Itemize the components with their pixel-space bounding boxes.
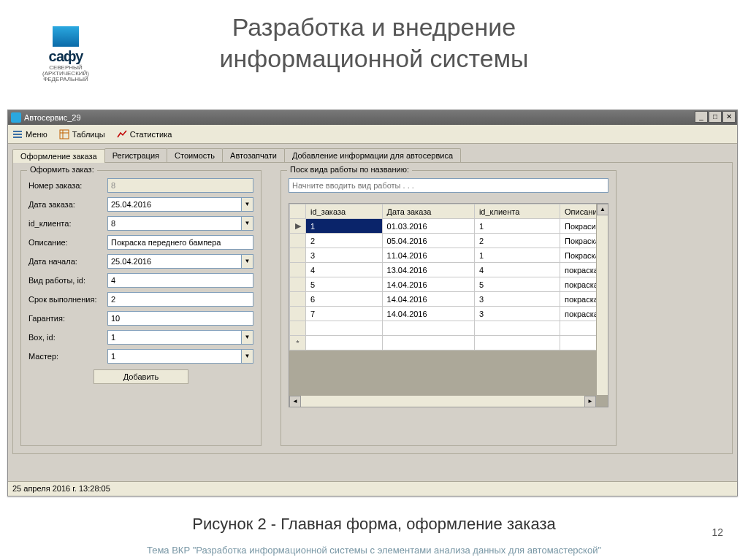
cell-date[interactable]: 14.04.2016 <box>382 277 474 292</box>
tab-order[interactable]: Оформление заказа <box>12 149 105 163</box>
combo-order-date-value: 25.04.2016 <box>111 200 151 209</box>
table-row[interactable]: ▶101.03.20161Покрасит <box>290 219 609 234</box>
stats-icon <box>117 129 127 139</box>
combo-box-id[interactable]: 1 ▼ <box>107 330 253 345</box>
row-selector[interactable] <box>290 292 306 307</box>
row-selector[interactable] <box>290 248 306 263</box>
combo-client-id[interactable]: 8 ▼ <box>107 216 253 231</box>
row-selector[interactable] <box>290 307 306 321</box>
dropdown-icon[interactable]: ▼ <box>241 331 253 344</box>
cell-date[interactable]: 01.03.2016 <box>382 219 474 234</box>
stats-button[interactable]: Статистика <box>117 129 172 139</box>
logo-text: сафу <box>32 48 99 65</box>
menu-icon <box>12 129 23 139</box>
tab-cost[interactable]: Стоимость <box>167 148 223 162</box>
col-date[interactable]: Дата заказа <box>382 204 474 219</box>
grid-corner <box>290 204 306 219</box>
cell-id[interactable]: 5 <box>306 277 383 292</box>
cell-date[interactable]: 14.04.2016 <box>382 292 474 307</box>
search-group: Поск вида работы по названию: id_заказа … <box>280 170 617 446</box>
scrollbar-horizontal[interactable]: ◄ ► <box>289 395 596 407</box>
label-box-id: Box, id: <box>28 333 107 342</box>
table-row[interactable]: 413.04.20164покраска <box>290 263 609 277</box>
cell-id[interactable]: 7 <box>306 307 383 321</box>
row-selector[interactable]: ▶ <box>290 219 306 234</box>
table-row[interactable]: 514.04.20165покраска <box>290 277 609 292</box>
row-selector[interactable]: * <box>290 336 306 350</box>
label-warranty: Гарантия: <box>28 314 107 323</box>
scroll-right-icon[interactable]: ► <box>584 396 596 407</box>
table-row-empty[interactable]: * <box>290 336 609 350</box>
row-selector[interactable] <box>290 234 306 248</box>
scroll-up-icon[interactable]: ▲ <box>597 204 608 215</box>
window-title: Автосервис_29 <box>24 113 81 122</box>
row-selector[interactable] <box>290 277 306 292</box>
col-id[interactable]: id_заказа <box>306 204 383 219</box>
scrollbar-vertical[interactable]: ▲ <box>596 204 608 395</box>
table-row-empty[interactable] <box>290 321 609 336</box>
cell-client[interactable]: 1 <box>474 248 560 263</box>
cell-id[interactable]: 6 <box>306 292 383 307</box>
table-row[interactable]: 205.04.20162Покраска <box>290 234 609 248</box>
cell-client[interactable]: 5 <box>474 277 560 292</box>
minimize-button[interactable]: _ <box>695 111 708 123</box>
row-selector[interactable] <box>290 263 306 277</box>
table-row[interactable]: 311.04.20161Покраска <box>290 248 609 263</box>
dropdown-icon[interactable]: ▼ <box>241 350 253 363</box>
cell-id[interactable]: 4 <box>306 263 383 277</box>
add-button[interactable]: Добавить <box>94 369 189 384</box>
menu-button[interactable]: Меню <box>12 129 47 139</box>
cell-date[interactable]: 11.04.2016 <box>382 248 474 263</box>
input-warranty[interactable] <box>107 311 253 326</box>
cell-client[interactable]: 4 <box>474 263 560 277</box>
combo-order-date[interactable]: 25.04.2016 ▼ <box>107 197 253 212</box>
table-row[interactable]: 614.04.20163покраска <box>290 292 609 307</box>
maximize-button[interactable]: □ <box>709 111 722 123</box>
cell-client[interactable]: 1 <box>474 219 560 234</box>
tab-parts[interactable]: Автозапчати <box>222 148 285 162</box>
orders-grid[interactable]: id_заказа Дата заказа id_клиента Описани… <box>289 204 608 350</box>
cell-id[interactable]: 1 <box>306 219 383 234</box>
cell-id[interactable]: 2 <box>306 234 383 248</box>
cell-date[interactable]: 13.04.2016 <box>382 263 474 277</box>
tables-button[interactable]: Таблицы <box>59 129 105 139</box>
status-text: 25 апреля 2016 г. 13:28:05 <box>12 484 110 493</box>
figure-caption: Рисунок 2 - Главная форма, оформление за… <box>0 515 748 534</box>
logo-icon <box>53 26 79 47</box>
order-form-title: Оформить заказ: <box>27 165 97 174</box>
cell-client[interactable]: 3 <box>474 307 560 321</box>
table-row[interactable]: 714.04.20163покраска <box>290 307 609 321</box>
statusbar: 25 апреля 2016 г. 13:28:05 <box>8 481 737 496</box>
scroll-left-icon[interactable]: ◄ <box>289 396 301 407</box>
logo-block: сафу СЕВЕРНЫЙ (АРКТИЧЕСКИЙ) ФЕДЕРАЛЬНЫЙ <box>32 26 99 83</box>
label-duration: Срок выполнения: <box>28 295 107 304</box>
combo-master[interactable]: 1 ▼ <box>107 349 253 364</box>
row-selector[interactable] <box>290 321 306 336</box>
combo-master-value: 1 <box>111 352 115 361</box>
cell-date[interactable]: 14.04.2016 <box>382 307 474 321</box>
dropdown-icon[interactable]: ▼ <box>241 217 253 230</box>
input-duration[interactable] <box>107 292 253 307</box>
dropdown-icon[interactable]: ▼ <box>241 198 253 211</box>
input-work-id[interactable] <box>107 273 253 288</box>
cell-client[interactable]: 3 <box>474 292 560 307</box>
label-work-id: Вид работы, id: <box>28 276 107 285</box>
cell-id[interactable]: 3 <box>306 248 383 263</box>
tab-add-info[interactable]: Добавление информации для автосервиса <box>284 148 461 162</box>
titlebar[interactable]: Автосервис_29 _ □ ✕ <box>8 110 737 125</box>
cell-date[interactable]: 05.04.2016 <box>382 234 474 248</box>
close-button[interactable]: ✕ <box>722 111 736 123</box>
tabs: Оформление заказа Регистрация Стоимость … <box>8 144 737 162</box>
slide-footer: Тема ВКР "Разработка информационной сист… <box>0 545 748 556</box>
app-window: Автосервис_29 _ □ ✕ Меню Таблицы Статист… <box>7 110 738 496</box>
combo-start-date[interactable]: 25.04.2016 ▼ <box>107 254 253 269</box>
input-order-no <box>107 178 253 193</box>
col-client[interactable]: id_клиента <box>474 204 560 219</box>
tab-registration[interactable]: Регистрация <box>104 148 167 162</box>
tables-label: Таблицы <box>72 130 105 139</box>
cell-client[interactable]: 2 <box>474 234 560 248</box>
menu-label: Меню <box>26 130 47 139</box>
search-input[interactable] <box>289 178 608 193</box>
input-descr[interactable] <box>107 235 253 250</box>
dropdown-icon[interactable]: ▼ <box>241 255 253 268</box>
